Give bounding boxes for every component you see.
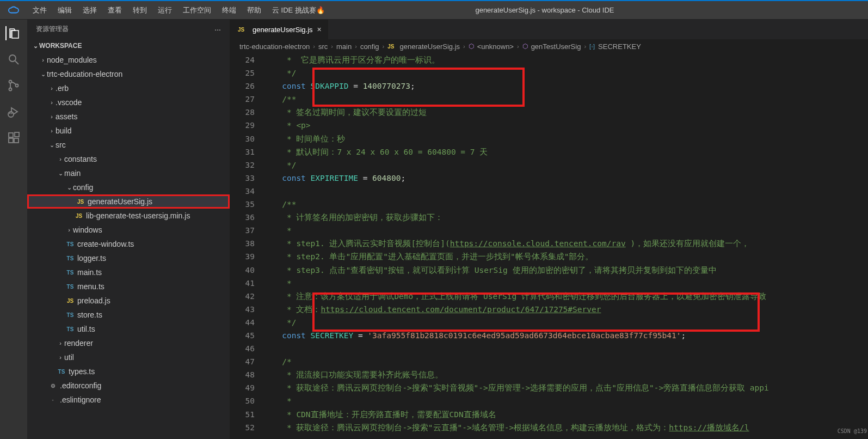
tree-createwindow[interactable]: TScreate-window.ts — [27, 237, 230, 251]
sidebar-title: 资源管理器 — [36, 25, 69, 34]
menu-goto[interactable]: 转到 — [127, 1, 152, 20]
menu-select[interactable]: 选择 — [77, 1, 102, 20]
sidebar-header: 资源管理器 ··· — [27, 20, 230, 39]
tree-maints[interactable]: TSmain.ts — [27, 265, 230, 279]
menubar: 文件 编辑 选择 查看 转到 运行 工作空间 终端 帮助 云 IDE 挑战赛🔥 — [27, 1, 330, 20]
menu-file[interactable]: 文件 — [27, 1, 52, 20]
menu-edit[interactable]: 编辑 — [52, 1, 77, 20]
tree-eslintignore[interactable]: ◦.eslintignore — [27, 393, 230, 407]
svg-point-4 — [16, 84, 19, 87]
code-editor[interactable]: 2425262728293031323334353637383940414243… — [230, 53, 868, 439]
sidebar: 资源管理器 ··· ⌄WORKSPACE ›node_modules ⌄trtc… — [27, 20, 230, 439]
explorer-icon[interactable] — [5, 26, 21, 40]
svg-rect-10 — [15, 132, 19, 137]
svg-line-1 — [15, 61, 19, 64]
svg-rect-7 — [9, 133, 13, 137]
svg-point-0 — [9, 55, 16, 62]
tree-assets[interactable]: ›assets — [27, 109, 230, 124]
tree-util[interactable]: TSutil.ts — [27, 322, 230, 336]
tree-preload[interactable]: JSpreload.js — [27, 294, 230, 308]
search-icon[interactable] — [7, 52, 21, 66]
menu-view[interactable]: 查看 — [102, 1, 127, 20]
source-control-icon[interactable] — [7, 78, 21, 93]
svg-point-3 — [9, 88, 12, 91]
svg-point-2 — [9, 81, 12, 83]
tree-util2[interactable]: ›util — [27, 350, 230, 364]
file-tree: ⌄WORKSPACE ›node_modules ⌄trtc-education… — [27, 39, 230, 439]
tree-store[interactable]: TSstore.ts — [27, 308, 230, 322]
activity-bar — [0, 20, 27, 439]
menu-help[interactable]: 帮助 — [242, 1, 267, 20]
tree-editorconfig[interactable]: ⚙.editorconfig — [27, 379, 230, 393]
svg-rect-9 — [14, 138, 19, 143]
tab-label: generateUserSig.js — [253, 26, 313, 34]
window-title: generateUserSig.js - workspace - Cloud I… — [330, 6, 759, 14]
debug-icon[interactable] — [7, 105, 21, 119]
tree-build[interactable]: ›build — [27, 124, 230, 138]
tab-generateusersig[interactable]: JS generateUserSig.js × — [230, 20, 328, 39]
tree-file-generateusersig[interactable]: JSgenerateUserSig.js — [27, 194, 230, 209]
titlebar: 文件 编辑 选择 查看 转到 运行 工作空间 终端 帮助 云 IDE 挑战赛🔥 … — [0, 1, 868, 20]
menu-challenge[interactable]: 云 IDE 挑战赛🔥 — [267, 1, 330, 20]
tree-file-libgenerate[interactable]: JSlib-generate-test-usersig.min.js — [27, 209, 230, 223]
variable-icon: [◦] — [589, 43, 595, 50]
line-gutter: 2425262728293031323334353637383940414243… — [230, 53, 268, 439]
tree-project[interactable]: ⌄trtc-education-electron — [27, 67, 230, 81]
tree-logger[interactable]: TSlogger.ts — [27, 251, 230, 265]
app-logo — [0, 6, 27, 15]
tree-types[interactable]: TStypes.ts — [27, 364, 230, 379]
code-content[interactable]: * 它是腾讯云用于区分客户的唯一标识。 */ const SDKAPPID = … — [268, 53, 868, 439]
js-file-icon: JS — [236, 27, 246, 33]
tree-constants[interactable]: ›constants — [27, 152, 230, 166]
function-icon: ⬡ — [522, 42, 528, 50]
tree-renderer[interactable]: ›renderer — [27, 336, 230, 350]
menu-run[interactable]: 运行 — [152, 1, 177, 20]
breadcrumb[interactable]: trtc-education-electron› src› main› conf… — [230, 39, 868, 53]
menu-workspace[interactable]: 工作空间 — [177, 1, 217, 20]
watermark: CSDN @139 — [838, 425, 867, 438]
tree-src[interactable]: ⌄src — [27, 138, 230, 152]
tree-erb[interactable]: ›.erb — [27, 81, 230, 95]
tree-node-modules[interactable]: ›node_modules — [27, 53, 230, 67]
tree-windows[interactable]: ›windows — [27, 223, 230, 237]
tree-main[interactable]: ⌄main — [27, 166, 230, 180]
extensions-icon[interactable] — [7, 131, 21, 145]
module-icon: ⬡ — [469, 42, 474, 50]
tree-workspace[interactable]: ⌄WORKSPACE — [27, 39, 230, 53]
editor-tabs: JS generateUserSig.js × — [230, 20, 868, 39]
editor: JS generateUserSig.js × trtc-education-e… — [230, 20, 868, 439]
more-icon[interactable]: ··· — [214, 25, 221, 34]
menu-terminal[interactable]: 终端 — [217, 1, 242, 20]
tree-config[interactable]: ⌄config — [27, 180, 230, 194]
tree-menu[interactable]: TSmenu.ts — [27, 279, 230, 294]
svg-rect-8 — [9, 138, 13, 143]
close-icon[interactable]: × — [317, 25, 322, 34]
tree-vscode[interactable]: ›.vscode — [27, 95, 230, 109]
